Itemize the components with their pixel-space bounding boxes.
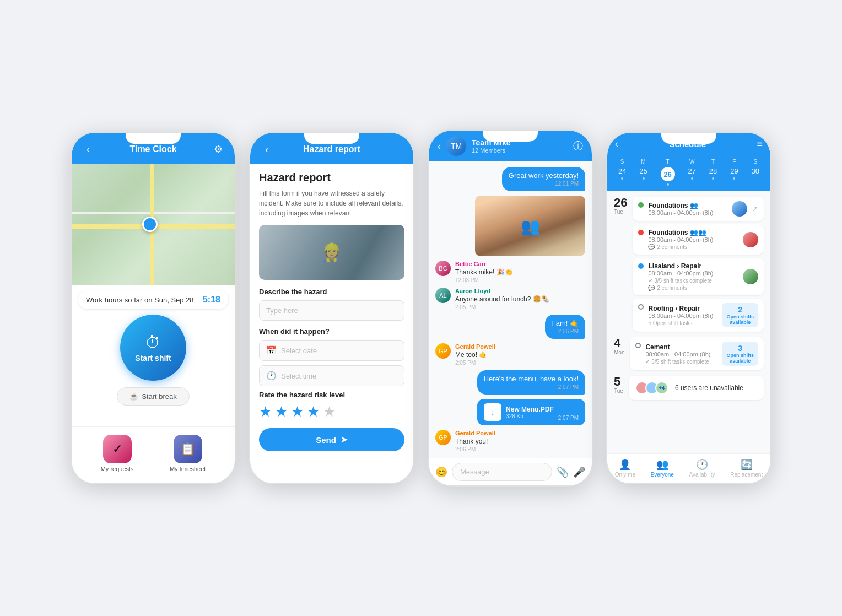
pdf-icon: ↓ bbox=[484, 403, 501, 421]
shift-name: Cement bbox=[645, 343, 717, 351]
date-big-5: 5 Tue bbox=[614, 376, 623, 394]
send-button[interactable]: Send ➤ bbox=[259, 428, 404, 451]
unavail-row[interactable]: +4 6 users are unavailable bbox=[629, 376, 764, 400]
my-timesheet-label: My timesheet bbox=[170, 466, 206, 472]
week-day-thu: T 28 bbox=[709, 159, 717, 186]
info-icon[interactable]: ⓘ bbox=[573, 139, 583, 153]
tab-availability[interactable]: 🕐 Availability bbox=[689, 458, 715, 478]
map-area bbox=[72, 164, 235, 285]
back-button[interactable]: ‹ bbox=[80, 144, 96, 155]
date-label-row-4: 4 Mon Cement 08:00am - 04:00pm (8h) ✔ 5/… bbox=[614, 337, 764, 370]
badge-num: 3 bbox=[726, 344, 754, 353]
day-num-28[interactable]: 28 bbox=[709, 167, 717, 175]
tab-replacement[interactable]: 🔄 Replacement bbox=[730, 458, 763, 478]
describe-input[interactable]: Type here bbox=[259, 300, 404, 321]
chat-sub: 12 Members bbox=[472, 147, 568, 154]
comment-icon: 💬 bbox=[648, 285, 655, 291]
chat-image-selfie: 👥 bbox=[475, 196, 585, 256]
shift-name: Foundations 👥 bbox=[648, 202, 727, 209]
day-dot bbox=[691, 177, 693, 180]
tab-everyone[interactable]: 👥 Everyone bbox=[651, 458, 674, 478]
phone-chat: ‹ TM Team Mike 12 Members ⓘ Great work y… bbox=[428, 129, 593, 487]
shift-extra: 5 Open shift tasks bbox=[648, 320, 717, 326]
shift-dot-outline bbox=[638, 304, 644, 310]
aaron-time: 2:05 PM bbox=[455, 304, 549, 310]
my-requests-icon: ✓ bbox=[103, 435, 132, 463]
message-input[interactable]: Message bbox=[452, 463, 552, 481]
day-num-29[interactable]: 29 bbox=[730, 167, 738, 175]
work-hours-label: Work hours so far on Sun, Sep 28 bbox=[86, 296, 194, 304]
stars-row[interactable]: ★ ★ ★ ★ ★ bbox=[259, 403, 404, 420]
msg-bubble-menu: Here's the menu, have a look! 2:07 PM bbox=[477, 370, 585, 395]
replacement-icon: 🔄 bbox=[741, 458, 753, 471]
time-input[interactable]: 🕐 Select time bbox=[259, 365, 404, 386]
map-pin bbox=[142, 217, 158, 232]
schedule-bottom-tabs: 👤 Only me 👥 Everyone 🕐 Availability 🔄 Re… bbox=[607, 453, 770, 483]
day-label-t1: T bbox=[666, 159, 670, 165]
star-4[interactable]: ★ bbox=[307, 403, 320, 420]
shift-roofing[interactable]: Roofing › Repair 08:00am - 04:00pm (8h) … bbox=[633, 299, 764, 332]
shift-info: Cement 08:00am - 04:00pm (8h) ✔ 5/5 shif… bbox=[645, 343, 717, 365]
day-num-30[interactable]: 30 bbox=[752, 167, 759, 175]
list-icon[interactable]: ≡ bbox=[757, 138, 763, 150]
message-image: 👥 bbox=[435, 196, 585, 256]
hazard-form: Hazard report Fill this form if you have… bbox=[250, 164, 413, 483]
week-day-fri: F 29 bbox=[730, 159, 738, 186]
aaron-content: Aaron Lloyd Anyone around for lunch? 🍔🌯 … bbox=[455, 288, 549, 310]
only-me-icon: 👤 bbox=[619, 458, 631, 471]
day-num-26-active[interactable]: 26 bbox=[661, 167, 675, 181]
bettie-time: 12:03 PM bbox=[455, 277, 513, 283]
message-gerald-2: GP Gerald Powell Thank you! 2:06 PM bbox=[435, 430, 585, 452]
settings-icon[interactable]: ⚙ bbox=[210, 143, 226, 155]
aaron-name: Aaron Lloyd bbox=[455, 288, 549, 294]
my-requests-label: My requests bbox=[101, 466, 134, 472]
shift-foundations-green[interactable]: Foundations 👥 08:00am - 04:00pm (8h) ↗ bbox=[633, 197, 764, 221]
notch bbox=[661, 133, 716, 144]
week-day-sat: S 30 bbox=[752, 159, 759, 186]
day-label-m: M bbox=[641, 159, 645, 165]
day-label-w: W bbox=[689, 159, 694, 165]
aaron-text: Anyone around for lunch? 🍔🌯 bbox=[455, 295, 549, 303]
attachment-icon[interactable]: 📎 bbox=[557, 466, 569, 478]
shift-badge: 3 Open shiftsavailable bbox=[722, 342, 758, 366]
back-button[interactable]: ‹ bbox=[259, 144, 274, 155]
date-group-4: 4 Mon Cement 08:00am - 04:00pm (8h) ✔ 5/… bbox=[614, 337, 764, 370]
when-label: When did it happen? bbox=[259, 327, 404, 336]
bettie-avatar: BC bbox=[435, 261, 451, 276]
shift-cards-4: Cement 08:00am - 04:00pm (8h) ✔ 5/5 shif… bbox=[630, 337, 764, 370]
comments-count: 2 comments bbox=[657, 285, 687, 291]
back-button[interactable]: ‹ bbox=[438, 141, 441, 152]
msg-text: I am! 🤙 bbox=[552, 319, 579, 327]
unavail-text: 6 users are unavailable bbox=[675, 384, 743, 392]
shift-lisaland[interactable]: Lisaland › Repair 08:00am - 04:00pm (8h)… bbox=[633, 258, 764, 295]
start-shift-button[interactable]: ⏱ Start shift bbox=[120, 315, 186, 381]
emoji-icon[interactable]: 😊 bbox=[435, 466, 447, 478]
mic-icon[interactable]: 🎤 bbox=[573, 466, 585, 478]
date-input[interactable]: 📅 Select date bbox=[259, 340, 404, 361]
day-num-25[interactable]: 25 bbox=[639, 167, 647, 175]
day-num-24[interactable]: 24 bbox=[618, 167, 626, 175]
pdf-name: New Menu.PDF bbox=[506, 406, 554, 413]
star-5[interactable]: ★ bbox=[323, 403, 336, 420]
star-3[interactable]: ★ bbox=[291, 403, 304, 420]
gerald-content: Gerald Powell Me too! 🤙 2:05 PM bbox=[455, 343, 495, 366]
msg-time: 2:06 PM bbox=[552, 328, 579, 334]
people-emoji: 👥 bbox=[521, 217, 540, 235]
unavail-group: +4 6 users are unavailable bbox=[629, 376, 764, 400]
tab-only-me[interactable]: 👤 Only me bbox=[615, 458, 635, 478]
start-break-button[interactable]: ☕ Start break bbox=[117, 387, 190, 406]
star-1[interactable]: ★ bbox=[259, 403, 272, 420]
shift-cement[interactable]: Cement 08:00am - 04:00pm (8h) ✔ 5/5 shif… bbox=[630, 337, 764, 370]
star-2[interactable]: ★ bbox=[275, 403, 288, 420]
pdf-size: 328 Kb bbox=[506, 413, 554, 419]
shift-time: 08:00am - 04:00pm (8h) bbox=[648, 236, 738, 243]
shift-foundations-red[interactable]: Foundations 👥👥 08:00am - 04:00pm (8h) 💬 … bbox=[633, 224, 764, 255]
comments-count: 2 comments bbox=[657, 244, 687, 250]
notch bbox=[304, 133, 359, 144]
hazard-form-desc: Fill this form if you have witnessed a s… bbox=[259, 188, 404, 218]
my-timesheet-item[interactable]: 📋 My timesheet bbox=[170, 435, 206, 472]
back-button[interactable]: ‹ bbox=[615, 138, 618, 150]
pdf-attachment[interactable]: ↓ New Menu.PDF 328 Kb 2:07 PM bbox=[477, 399, 585, 425]
day-num-27[interactable]: 27 bbox=[688, 167, 696, 175]
my-requests-item[interactable]: ✓ My requests bbox=[101, 435, 134, 472]
